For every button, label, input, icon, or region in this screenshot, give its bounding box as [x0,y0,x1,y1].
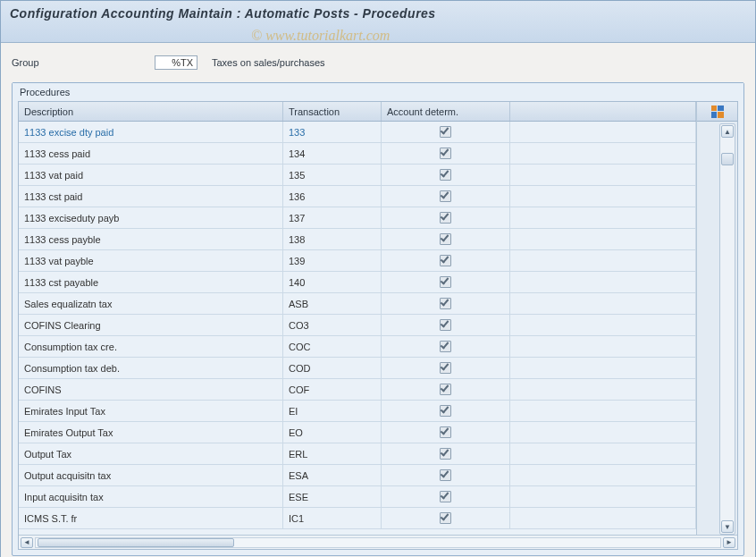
cell-transaction[interactable]: COC [283,336,382,357]
cell-description[interactable]: Output Tax [19,443,283,464]
cell-transaction[interactable]: 136 [283,186,382,207]
cell-account-determ[interactable] [382,207,510,228]
cell-transaction[interactable]: 133 [283,122,382,142]
checkbox-icon[interactable] [440,276,451,288]
cell-transaction[interactable]: 138 [283,229,382,249]
cell-description[interactable]: Consumption tax deb. [19,358,283,378]
cell-description[interactable]: 1133 cess payble [19,229,283,249]
cell-account-determ[interactable] [382,401,510,421]
checkbox-icon[interactable] [440,491,451,502]
table-row[interactable]: 1133 cst payable140 [19,272,696,293]
cell-transaction[interactable]: ESE [283,486,382,507]
cell-account-determ[interactable] [382,229,510,249]
scroll-right-button[interactable]: ► [723,537,735,548]
checkbox-icon[interactable] [440,319,451,331]
cell-account-determ[interactable] [382,122,510,142]
cell-account-determ[interactable] [382,508,510,528]
col-account-determ[interactable]: Account determ. [382,102,510,121]
cell-account-determ[interactable] [382,315,510,335]
cell-transaction[interactable]: ERL [283,443,382,464]
table-row[interactable]: 1133 cess payble138 [19,229,696,250]
cell-description[interactable]: COFINS Clearing [19,315,283,335]
table-row[interactable]: Sales equalizatn taxASB [19,293,696,315]
checkbox-icon[interactable] [440,190,451,202]
col-description[interactable]: Description [19,102,283,121]
cell-account-determ[interactable] [382,486,510,507]
cell-transaction[interactable]: EO [283,422,382,443]
cell-description[interactable]: Emirates Input Tax [19,401,283,421]
cell-transaction[interactable]: ASB [283,293,382,314]
scroll-track[interactable] [720,139,735,519]
col-transaction[interactable]: Transaction [283,102,382,121]
cell-description[interactable]: 1133 exciseduty payb [19,207,283,228]
scroll-left-button[interactable]: ◄ [21,537,33,548]
table-row[interactable]: 1133 cst paid136 [19,186,696,207]
checkbox-icon[interactable] [440,362,451,374]
cell-account-determ[interactable] [382,250,510,271]
cell-account-determ[interactable] [382,465,510,485]
vertical-scrollbar[interactable]: ▲ ▼ [719,123,735,535]
cell-transaction[interactable]: IC1 [283,508,382,528]
checkbox-icon[interactable] [440,512,451,524]
table-row[interactable]: 1133 exciseduty payb137 [19,207,696,229]
checkbox-icon[interactable] [440,341,451,352]
checkbox-icon[interactable] [440,255,451,266]
cell-transaction[interactable]: ESA [283,465,382,485]
cell-description[interactable]: 1133 vat paid [19,165,283,185]
cell-description[interactable]: Input acquisitn tax [19,486,283,507]
table-row[interactable]: Emirates Output TaxEO [19,422,696,443]
cell-transaction[interactable]: CO3 [283,315,382,335]
cell-description[interactable]: 1133 cess paid [19,143,283,164]
cell-transaction[interactable]: EI [283,401,382,421]
cell-description[interactable]: Consumption tax cre. [19,336,283,357]
cell-account-determ[interactable] [382,293,510,314]
table-row[interactable]: 1133 vat payble139 [19,250,696,272]
table-row[interactable]: 1133 cess paid134 [19,143,696,165]
table-row[interactable]: Output TaxERL [19,443,696,465]
cell-transaction[interactable]: 135 [283,165,382,185]
checkbox-icon[interactable] [440,298,451,309]
cell-transaction[interactable]: 134 [283,143,382,164]
cell-description[interactable]: ICMS S.T. fr [19,508,283,528]
table-row[interactable]: Input acquisitn taxESE [19,486,696,508]
cell-description[interactable]: COFINS [19,379,283,400]
hscroll-thumb[interactable] [38,538,234,547]
table-row[interactable]: Output acquisitn taxESA [19,465,696,486]
checkbox-icon[interactable] [440,126,451,138]
checkbox-icon[interactable] [440,384,451,395]
checkbox-icon[interactable] [440,169,451,181]
table-row[interactable]: Emirates Input TaxEI [19,401,696,422]
configure-columns-button[interactable] [697,102,737,122]
horizontal-scrollbar[interactable]: ◄ ► [19,535,737,549]
cell-account-determ[interactable] [382,143,510,164]
checkbox-icon[interactable] [440,233,451,245]
table-row[interactable]: COFINSCOF [19,379,696,401]
cell-description[interactable]: Output acquisitn tax [19,465,283,485]
cell-account-determ[interactable] [382,422,510,443]
cell-account-determ[interactable] [382,379,510,400]
cell-account-determ[interactable] [382,336,510,357]
scroll-down-button[interactable]: ▼ [721,520,734,533]
cell-account-determ[interactable] [382,443,510,464]
cell-transaction[interactable]: 140 [283,272,382,292]
cell-transaction[interactable]: COD [283,358,382,378]
cell-account-determ[interactable] [382,186,510,207]
checkbox-icon[interactable] [440,426,451,438]
cell-description[interactable]: Emirates Output Tax [19,422,283,443]
table-row[interactable]: 1133 vat paid135 [19,165,696,186]
cell-description[interactable]: Sales equalizatn tax [19,293,283,314]
cell-transaction[interactable]: 137 [283,207,382,228]
table-row[interactable]: ICMS S.T. frIC1 [19,508,696,529]
scroll-up-button[interactable]: ▲ [721,125,734,138]
group-input[interactable] [155,55,197,70]
hscroll-track[interactable] [35,537,721,548]
cell-account-determ[interactable] [382,358,510,378]
checkbox-icon[interactable] [440,148,451,159]
checkbox-icon[interactable] [440,212,451,224]
checkbox-icon[interactable] [440,405,451,417]
cell-account-determ[interactable] [382,272,510,292]
cell-transaction[interactable]: COF [283,379,382,400]
cell-account-determ[interactable] [382,165,510,185]
checkbox-icon[interactable] [440,448,451,460]
scroll-thumb[interactable] [721,153,734,165]
